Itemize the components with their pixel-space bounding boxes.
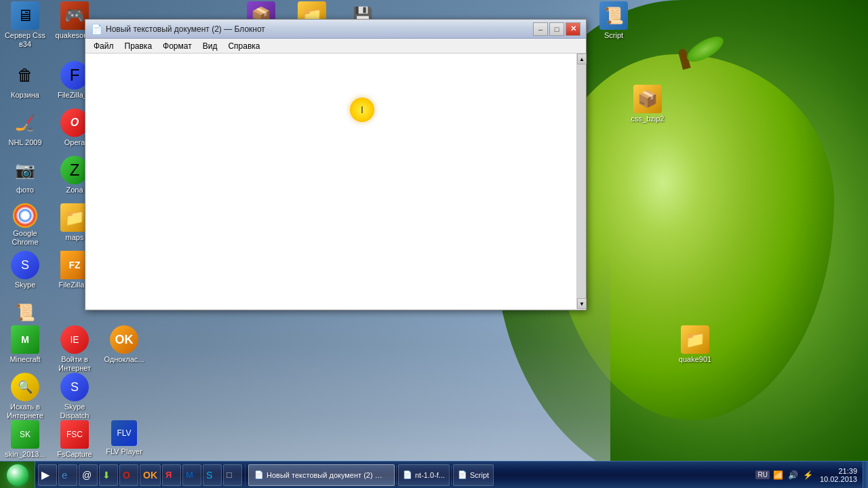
taskbar-nt[interactable]: 📄 nt-1.0-f...: [398, 464, 450, 486]
ok-icon: OK: [143, 470, 157, 481]
nt-icon: 📄: [403, 470, 412, 479]
flvplayer-icon: FLV: [111, 420, 137, 446]
taskbar-notepad[interactable]: 📄 Новый текстовый документ (2) — Блокнот: [248, 464, 395, 486]
skype-label: Skype: [1, 281, 49, 289]
taskbar-sep1: [396, 466, 397, 485]
korzina-icon: 🗑: [11, 61, 39, 89]
google-chrome-label: Google Chrome: [1, 229, 49, 247]
minimize-button[interactable]: –: [533, 22, 548, 36]
foto-label: фото: [1, 186, 49, 195]
media-player-icon: ▶: [41, 468, 50, 481]
desktop-icon-skype[interactable]: S Skype: [1, 251, 49, 289]
system-tray: RU 📶 🔊 ⚡ 21:39 10.02.2013: [750, 462, 863, 489]
desktop-icon-css-bzip2[interactable]: 📦 css_bzip2: [624, 85, 671, 123]
menu-file[interactable]: Файл: [88, 40, 119, 52]
menu-help[interactable]: Справка: [222, 40, 265, 52]
torrent-icon: ⬇: [102, 470, 111, 481]
desktop-icon-foto[interactable]: 📷 фото: [1, 156, 49, 195]
tray-volume-icon[interactable]: 🔊: [787, 469, 800, 481]
tray-network-icon[interactable]: 📶: [772, 469, 785, 481]
quick-launch-bar: ▶ e @ ⬇ O OK Я M S: [35, 464, 245, 486]
desktop: 🖥 Сервер Css в34 🎮 quakesou... 📦 📁 💾 📜 S…: [0, 0, 868, 488]
tray-power-icon[interactable]: ⚡: [802, 469, 814, 481]
desktop-icon-skype-dispatch[interactable]: S Skype Dispatch: [51, 373, 98, 420]
ql-torrent[interactable]: ⬇: [99, 464, 118, 486]
clock-time: 21:39: [820, 467, 857, 475]
quake901-icon: 📁: [681, 325, 709, 354]
skype-ql-icon: S: [206, 470, 212, 481]
ql-media-player[interactable]: ▶: [38, 464, 57, 486]
clock-date: 10.02.2013: [820, 475, 857, 483]
script-label: Script: [590, 31, 637, 40]
blank-icon: □: [226, 470, 232, 480]
menu-edit[interactable]: Правка: [119, 40, 158, 52]
menu-view[interactable]: Вид: [197, 40, 223, 52]
cursor-indicator: I: [350, 98, 374, 122]
server-css-icon: 🖥: [11, 1, 39, 30]
ql-ok[interactable]: OK: [140, 464, 161, 486]
desktop-icon-korzina[interactable]: 🗑 Корзина: [1, 61, 49, 100]
iskat-icon: 🔍: [11, 373, 39, 401]
script-task-label: Script: [470, 471, 489, 479]
quake901-label: quake901: [671, 355, 719, 364]
scrollbar-track[interactable]: [577, 64, 586, 298]
desktop-icon-voyti[interactable]: IE Войти в Интернет: [51, 325, 98, 373]
nhl-icon: 🏒: [11, 108, 39, 137]
skype-dispatch-label: Skype Dispatch: [51, 403, 98, 420]
fscapture-icon: FSC: [60, 420, 89, 449]
tray-language[interactable]: RU: [755, 470, 769, 479]
nt-label: nt-1.0-f...: [415, 471, 445, 479]
show-desktop-button[interactable]: [863, 462, 868, 489]
close-button[interactable]: ✕: [566, 22, 580, 36]
desktop-icon-odnoklassniki[interactable]: OK Одноклас...: [100, 325, 148, 364]
run-css-icon: 📜: [11, 298, 39, 327]
desktop-icon-skin2013[interactable]: SK skin_2013...: [1, 420, 49, 459]
notepad-window-icon: 📄: [91, 24, 102, 35]
minecraft-icon: M: [11, 325, 39, 354]
ql-yandex[interactable]: Я: [162, 464, 181, 486]
ql-mailru[interactable]: M: [182, 464, 201, 486]
ql-blank[interactable]: □: [223, 464, 242, 486]
voyti-label: Войти в Интернет: [51, 355, 98, 373]
menu-format[interactable]: Формат: [157, 40, 197, 52]
mailru-icon: M: [186, 470, 193, 480]
desktop-icon-quake901[interactable]: 📁 quake901: [671, 325, 719, 364]
ql-opera[interactable]: O: [119, 464, 138, 486]
ql-mail[interactable]: @: [79, 464, 98, 486]
desktop-icon-google-chrome[interactable]: Google Chrome: [1, 203, 49, 247]
notepad-titlebar[interactable]: 📄 Новый текстовый документ (2) — Блокнот…: [85, 20, 586, 39]
ql-ie[interactable]: e: [58, 464, 77, 486]
skin2013-icon: SK: [11, 420, 39, 449]
notepad-window: 📄 Новый текстовый документ (2) — Блокнот…: [85, 19, 587, 310]
notepad-textarea[interactable]: [85, 54, 576, 309]
ie-icon: e: [62, 469, 67, 481]
start-button[interactable]: [0, 462, 35, 489]
desktop-icon-nhl[interactable]: 🏒 NHL 2009: [1, 108, 49, 147]
scrollbar-up[interactable]: ▲: [577, 54, 587, 64]
desktop-icon-fscapture[interactable]: FSC FsCapture: [51, 420, 98, 459]
desktop-icon-minecraft[interactable]: M Minecraft: [1, 325, 49, 364]
taskbar-script[interactable]: 📄 Script: [453, 464, 494, 486]
korzina-label: Корзина: [1, 91, 49, 100]
skype-icon: S: [11, 251, 39, 279]
fscapture-label: FsCapture: [51, 450, 98, 459]
desktop-icon-script[interactable]: 📜 Script: [590, 1, 637, 40]
taskbar: ▶ e @ ⬇ O OK Я M S: [0, 461, 868, 488]
desktop-icon-server-css[interactable]: 🖥 Сервер Css в34: [1, 1, 49, 49]
mail-icon: @: [82, 470, 92, 481]
css-bzip2-icon: 📦: [633, 85, 662, 113]
taskbar-notepad-label: Новый текстовый документ (2) — Блокнот: [267, 471, 389, 479]
script-icon: 📜: [599, 1, 628, 30]
maximize-button[interactable]: □: [549, 22, 564, 36]
iskat-label: Искать в Интернете: [1, 403, 49, 420]
tray-clock[interactable]: 21:39 10.02.2013: [817, 467, 857, 483]
desktop-icon-iskat[interactable]: 🔍 Искать в Интернете: [1, 373, 49, 420]
taskbar-items: 📄 Новый текстовый документ (2) — Блокнот…: [245, 464, 750, 486]
titlebar-buttons: – □ ✕: [533, 22, 580, 36]
desktop-icon-flvplayer[interactable]: FLV FLV Player: [100, 420, 148, 456]
ql-skype[interactable]: S: [203, 464, 222, 486]
google-chrome-icon: [13, 203, 37, 228]
css-bzip2-label: css_bzip2: [624, 115, 671, 123]
notepad-scrollbar: ▲ ▼: [576, 54, 586, 309]
scrollbar-down[interactable]: ▼: [577, 298, 587, 309]
